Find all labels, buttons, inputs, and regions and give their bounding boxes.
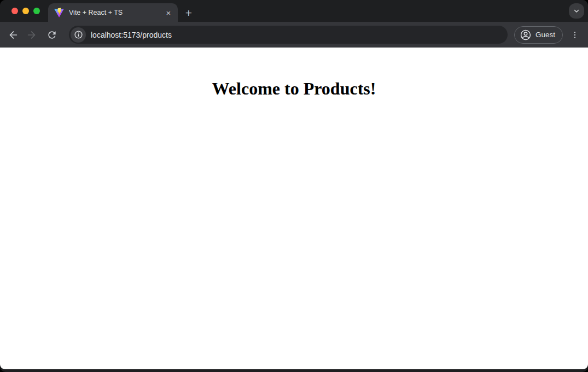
person-circle-icon bbox=[520, 29, 532, 41]
site-info-button[interactable] bbox=[71, 27, 86, 43]
page-viewport: Welcome to Products! bbox=[0, 48, 588, 369]
maximize-window-button[interactable] bbox=[33, 8, 40, 14]
tab-title: Vite + React + TS bbox=[69, 9, 164, 16]
forward-button[interactable] bbox=[24, 27, 40, 43]
back-button[interactable] bbox=[4, 27, 21, 43]
close-window-button[interactable] bbox=[11, 8, 18, 14]
chevron-down-icon bbox=[573, 7, 580, 15]
address-bar[interactable]: localhost:5173/products bbox=[69, 26, 508, 44]
tab-close-icon[interactable]: × bbox=[164, 8, 173, 17]
vite-favicon-icon bbox=[54, 8, 64, 17]
kebab-menu-icon bbox=[570, 31, 579, 39]
reload-button[interactable] bbox=[44, 27, 60, 43]
tab-vite-react-ts[interactable]: Vite + React + TS × bbox=[48, 3, 178, 22]
new-tab-button[interactable]: + bbox=[181, 5, 196, 20]
forward-arrow-icon bbox=[26, 29, 38, 41]
reload-icon bbox=[46, 29, 57, 40]
browser-menu-button[interactable] bbox=[567, 27, 583, 43]
page-heading: Welcome to Products! bbox=[0, 79, 588, 99]
info-icon bbox=[74, 30, 83, 39]
tab-search-button[interactable] bbox=[569, 3, 584, 19]
browser-window: Vite + React + TS × + bbox=[0, 0, 588, 372]
traffic-lights bbox=[11, 8, 40, 14]
profile-button[interactable]: Guest bbox=[514, 26, 563, 44]
url-text[interactable]: localhost:5173/products bbox=[91, 31, 172, 39]
profile-label: Guest bbox=[535, 31, 555, 39]
tab-strip: Vite + React + TS × + bbox=[0, 0, 588, 22]
minimize-window-button[interactable] bbox=[22, 8, 29, 14]
browser-toolbar: localhost:5173/products Guest bbox=[0, 22, 588, 48]
back-arrow-icon bbox=[7, 29, 19, 41]
